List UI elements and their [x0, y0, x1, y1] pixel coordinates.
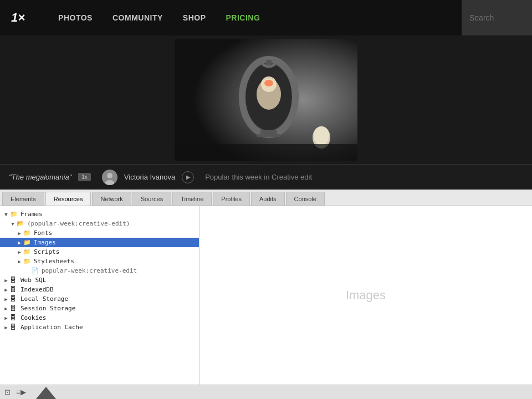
- svg-point-12: [314, 126, 329, 145]
- svg-point-10: [264, 80, 273, 86]
- folder-images-icon: 📁: [23, 239, 32, 246]
- tab-resources[interactable]: Resources: [45, 192, 91, 206]
- filter-icon[interactable]: ≡▶: [16, 388, 26, 396]
- devtools-bottom-toolbar: ⊡ ≡▶: [0, 385, 532, 399]
- photo-bar: "The megalomania" 1x Victoria Ivanova ▶ …: [0, 164, 532, 190]
- tab-elements[interactable]: Elements: [2, 192, 44, 206]
- svg-point-15: [107, 173, 112, 178]
- folder-scripts-icon: 📁: [23, 248, 32, 255]
- svg-rect-7: [257, 134, 281, 137]
- arrow-session-storage: ▶: [2, 306, 10, 311]
- folder-session-storage-icon: 🗄: [10, 305, 19, 312]
- tree-item-app-cache[interactable]: ▶ 🗄 Application Cache: [0, 323, 199, 332]
- photographer-name: Victoria Ivanova: [124, 173, 175, 181]
- label-popular-week: (popular-week:creative-edit): [27, 220, 130, 227]
- tree-item-indexeddb[interactable]: ▶ 🗄 IndexedDB: [0, 285, 199, 294]
- search-box[interactable]: [462, 0, 532, 35]
- arrow-indexeddb: ▶: [2, 287, 10, 293]
- tab-network[interactable]: Network: [92, 192, 131, 206]
- photo-badge: 1x: [78, 173, 91, 181]
- svg-rect-6: [260, 130, 277, 135]
- folder-indexeddb-icon: 🗄: [10, 286, 19, 293]
- photo-container: [175, 39, 357, 161]
- file-icon: 📄: [31, 267, 40, 274]
- folder-websql-icon: 🗄: [10, 277, 19, 284]
- tree-item-stylesheets[interactable]: ▶ 📁 Stylesheets: [0, 257, 199, 266]
- label-stylesheets: Stylesheets: [34, 258, 74, 265]
- arrow-images: ▶: [16, 240, 23, 245]
- logo[interactable]: 1×: [11, 11, 25, 25]
- console-icon[interactable]: ⊡: [4, 388, 11, 396]
- nav-pricing[interactable]: PRICING: [226, 13, 260, 22]
- tree-item-frames[interactable]: ▼ 📁 Frames: [0, 209, 199, 219]
- nav-community[interactable]: COMMUNITY: [112, 13, 163, 22]
- devtools-sidebar: ▼ 📁 Frames ▼ 📂 (popular-week:creative-ed…: [0, 206, 200, 385]
- tab-audits[interactable]: Audits: [251, 192, 285, 206]
- photo-section: [0, 35, 532, 164]
- tab-timeline[interactable]: Timeline: [172, 192, 212, 206]
- nav-shop[interactable]: SHOP: [183, 13, 206, 22]
- tab-console[interactable]: Console: [286, 192, 325, 206]
- label-local-storage: Local Storage: [21, 295, 68, 303]
- triangle-decoration: [36, 387, 56, 399]
- arrow-fonts: ▶: [16, 231, 23, 236]
- label-cookies: Cookies: [21, 314, 46, 321]
- tab-sources[interactable]: Sources: [132, 192, 171, 206]
- label-scripts: Scripts: [34, 248, 59, 255]
- search-input[interactable]: [469, 13, 524, 22]
- devtools-tabs: Elements Resources Network Sources Timel…: [0, 190, 532, 206]
- label-fonts: Fonts: [34, 229, 52, 237]
- label-file: popular-week:creative-edit: [42, 267, 137, 274]
- label-indexeddb: IndexedDB: [21, 286, 54, 293]
- label-session-storage: Session Storage: [21, 305, 75, 312]
- arrow-stylesheets: ▶: [16, 259, 23, 264]
- tab-profiles[interactable]: Profiles: [213, 192, 250, 206]
- nav-links: PHOTOS COMMUNITY SHOP PRICING: [58, 13, 260, 22]
- folder-local-storage-icon: 🗄: [10, 295, 19, 303]
- tree-item-websql[interactable]: ▶ 🗄 Web SQL: [0, 275, 199, 285]
- tree-item-scripts[interactable]: ▶ 📁 Scripts: [0, 247, 199, 257]
- devtools-main-panel: Images: [200, 206, 532, 385]
- label-frames: Frames: [21, 211, 43, 218]
- tree-item-local-storage[interactable]: ▶ 🗄 Local Storage: [0, 294, 199, 304]
- nav-photos[interactable]: PHOTOS: [58, 13, 93, 22]
- arrow-websql: ▶: [2, 278, 10, 283]
- folder-stylesheets-icon: 📁: [23, 258, 32, 265]
- devtools-main-images-label: Images: [346, 288, 386, 303]
- tree-item-images[interactable]: ▶ 📁 Images: [0, 238, 199, 247]
- play-button[interactable]: ▶: [182, 171, 194, 183]
- devtools-panel: Elements Resources Network Sources Timel…: [0, 190, 532, 399]
- tree-item-session-storage[interactable]: ▶ 🗄 Session Storage: [0, 304, 199, 313]
- arrow-scripts: ▶: [16, 249, 23, 255]
- folder-popular-icon: 📂: [17, 220, 25, 227]
- arrow-app-cache: ▶: [2, 325, 10, 330]
- photo-image: [175, 39, 357, 161]
- tree-item-fonts[interactable]: ▶ 📁 Fonts: [0, 228, 199, 238]
- popular-text: Popular this week in Creative edit: [205, 173, 312, 181]
- svg-rect-5: [266, 60, 272, 65]
- arrow-popular-week: ▼: [9, 221, 17, 227]
- svg-rect-13: [175, 144, 357, 161]
- folder-fonts-icon: 📁: [23, 229, 32, 237]
- arrow-frames: ▼: [2, 212, 10, 217]
- folder-frames-icon: 📁: [10, 211, 19, 218]
- tree-item-file[interactable]: 📄 popular-week:creative-edit: [0, 266, 199, 275]
- label-app-cache: Application Cache: [21, 324, 83, 331]
- folder-cookies-icon: 🗄: [10, 314, 19, 321]
- label-images: Images: [34, 239, 56, 246]
- play-icon: ▶: [186, 174, 191, 180]
- devtools-body: ▼ 📁 Frames ▼ 📂 (popular-week:creative-ed…: [0, 206, 532, 385]
- arrow-local-storage: ▶: [2, 296, 10, 302]
- tree-item-cookies[interactable]: ▶ 🗄 Cookies: [0, 313, 199, 323]
- folder-app-cache-icon: 🗄: [10, 324, 19, 331]
- photo-title: "The megalomania": [9, 173, 71, 181]
- photographer-avatar: [102, 170, 117, 185]
- arrow-cookies: ▶: [2, 315, 10, 321]
- top-navigation: 1× PHOTOS COMMUNITY SHOP PRICING: [0, 0, 532, 35]
- label-websql: Web SQL: [21, 277, 46, 284]
- tree-item-popular-week[interactable]: ▼ 📂 (popular-week:creative-edit): [0, 219, 199, 228]
